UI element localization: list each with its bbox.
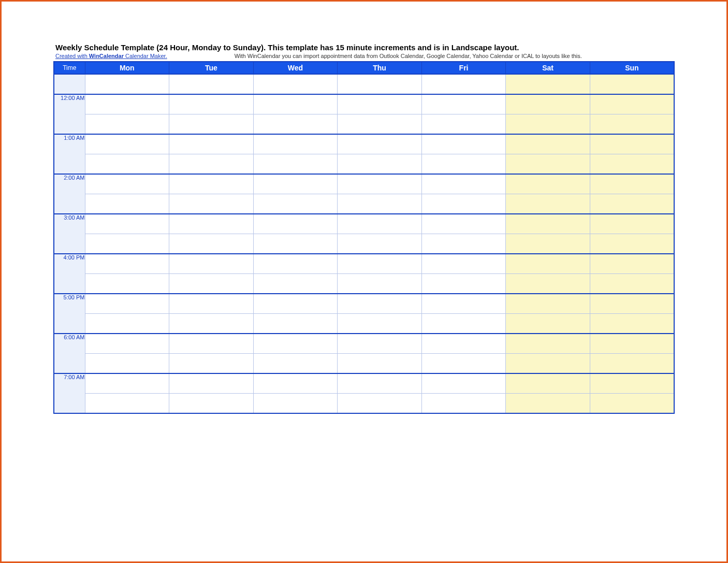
schedule-cell[interactable] [169,174,254,194]
schedule-cell[interactable] [590,234,674,254]
schedule-cell[interactable] [506,274,590,294]
schedule-cell[interactable] [421,274,506,294]
schedule-cell[interactable] [421,334,506,354]
schedule-cell[interactable] [85,154,169,175]
schedule-cell[interactable] [590,174,674,194]
schedule-cell[interactable] [421,174,506,194]
schedule-cell[interactable] [338,214,422,234]
schedule-cell[interactable] [85,74,169,94]
schedule-cell[interactable] [506,94,590,114]
schedule-cell[interactable] [506,314,590,334]
schedule-cell[interactable] [85,394,169,414]
schedule-cell[interactable] [421,373,506,394]
schedule-cell[interactable] [85,334,169,354]
schedule-cell[interactable] [253,194,338,214]
schedule-cell[interactable] [85,373,169,394]
schedule-cell[interactable] [85,194,169,214]
schedule-cell[interactable] [421,394,506,414]
schedule-cell[interactable] [590,94,674,114]
schedule-cell[interactable] [85,274,169,294]
schedule-cell[interactable] [338,314,422,334]
schedule-cell[interactable] [169,214,254,234]
schedule-cell[interactable] [253,354,338,374]
schedule-cell[interactable] [338,254,422,274]
schedule-cell[interactable] [590,254,674,274]
schedule-cell[interactable] [253,214,338,234]
schedule-cell[interactable] [506,254,590,274]
schedule-cell[interactable] [338,334,422,354]
schedule-cell[interactable] [253,154,338,175]
schedule-cell[interactable] [169,254,254,274]
schedule-cell[interactable] [338,394,422,414]
schedule-cell[interactable] [169,234,254,254]
schedule-cell[interactable] [421,74,506,94]
schedule-cell[interactable] [506,174,590,194]
schedule-cell[interactable] [338,74,422,94]
schedule-cell[interactable] [338,174,422,194]
schedule-cell[interactable] [506,114,590,135]
schedule-cell[interactable] [253,294,338,314]
schedule-cell[interactable] [253,394,338,414]
schedule-cell[interactable] [169,294,254,314]
schedule-cell[interactable] [169,114,254,135]
schedule-cell[interactable] [85,354,169,374]
schedule-cell[interactable] [506,334,590,354]
schedule-cell[interactable] [506,154,590,175]
schedule-cell[interactable] [506,134,590,154]
schedule-cell[interactable] [506,394,590,414]
schedule-cell[interactable] [85,234,169,254]
credit-link[interactable]: Created with WinCalendar Calendar Maker. [55,53,167,59]
schedule-cell[interactable] [253,114,338,135]
schedule-cell[interactable] [253,94,338,114]
schedule-cell[interactable] [590,74,674,94]
schedule-cell[interactable] [338,294,422,314]
schedule-cell[interactable] [506,194,590,214]
schedule-cell[interactable] [338,274,422,294]
schedule-cell[interactable] [590,314,674,334]
schedule-cell[interactable] [169,354,254,374]
schedule-cell[interactable] [253,254,338,274]
schedule-cell[interactable] [590,114,674,135]
schedule-cell[interactable] [590,294,674,314]
schedule-cell[interactable] [85,214,169,234]
schedule-cell[interactable] [169,314,254,334]
schedule-cell[interactable] [590,373,674,394]
schedule-cell[interactable] [85,254,169,274]
schedule-cell[interactable] [169,373,254,394]
schedule-cell[interactable] [421,194,506,214]
schedule-cell[interactable] [590,274,674,294]
schedule-cell[interactable] [506,294,590,314]
schedule-cell[interactable] [338,234,422,254]
schedule-cell[interactable] [421,94,506,114]
schedule-cell[interactable] [85,294,169,314]
schedule-cell[interactable] [85,314,169,334]
schedule-cell[interactable] [421,254,506,274]
schedule-cell[interactable] [590,194,674,214]
schedule-cell[interactable] [253,74,338,94]
schedule-cell[interactable] [169,394,254,414]
schedule-cell[interactable] [338,373,422,394]
schedule-cell[interactable] [421,214,506,234]
schedule-cell[interactable] [253,174,338,194]
schedule-cell[interactable] [253,134,338,154]
schedule-cell[interactable] [85,134,169,154]
schedule-cell[interactable] [338,114,422,135]
schedule-cell[interactable] [506,373,590,394]
schedule-cell[interactable] [85,174,169,194]
schedule-cell[interactable] [253,334,338,354]
schedule-cell[interactable] [590,394,674,414]
schedule-cell[interactable] [421,114,506,135]
schedule-cell[interactable] [506,354,590,374]
schedule-cell[interactable] [590,214,674,234]
schedule-cell[interactable] [253,234,338,254]
schedule-cell[interactable] [85,114,169,135]
schedule-cell[interactable] [338,154,422,175]
schedule-cell[interactable] [506,214,590,234]
schedule-cell[interactable] [590,334,674,354]
schedule-cell[interactable] [169,334,254,354]
schedule-cell[interactable] [506,74,590,94]
schedule-cell[interactable] [169,94,254,114]
schedule-cell[interactable] [590,354,674,374]
schedule-cell[interactable] [169,154,254,175]
schedule-cell[interactable] [421,234,506,254]
